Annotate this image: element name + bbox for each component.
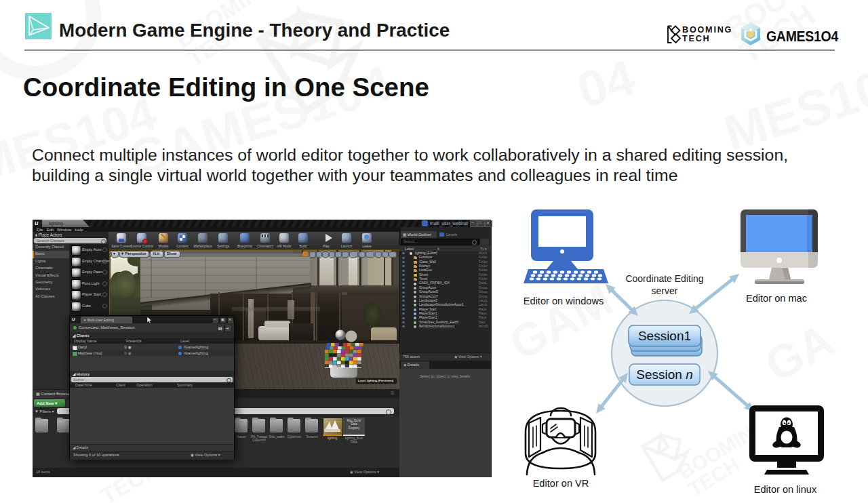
svg-text:server: server — [652, 285, 678, 296]
svg-text:Coordinate Editing: Coordinate Editing — [625, 273, 703, 284]
svg-text:Session1: Session1 — [638, 329, 691, 343]
svg-text:Editor on VR: Editor on VR — [533, 478, 589, 489]
svg-text:Editor on windows: Editor on windows — [524, 296, 604, 306]
svg-text:Editor on mac: Editor on mac — [746, 293, 807, 304]
svg-text:Editor on linux: Editor on linux — [754, 484, 817, 495]
svg-text:Session n: Session n — [636, 367, 692, 382]
